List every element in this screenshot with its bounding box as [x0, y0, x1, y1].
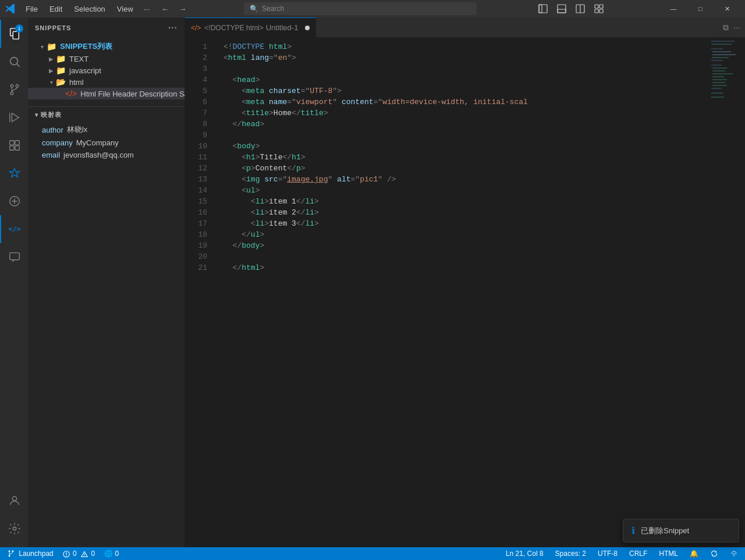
activity-extensions[interactable]	[0, 131, 28, 159]
svg-rect-6	[595, 5, 598, 8]
activity-account[interactable]	[0, 487, 28, 515]
tree-item-javascript[interactable]: ▶ 📁 javascript	[28, 65, 185, 76]
folder-icon: 📁	[56, 54, 66, 63]
panel-toggle-button[interactable]	[554, 2, 570, 15]
svg-rect-32	[712, 57, 729, 58]
status-eol[interactable]: CRLF	[627, 550, 650, 558]
svg-rect-33	[711, 60, 723, 61]
main-area: 1 </>	[0, 17, 745, 547]
mapping-title: 映射表	[41, 110, 62, 119]
activity-snippets[interactable]	[0, 159, 28, 187]
mapping-section: ▾ 映射表 author 林晓lx company MyCompany emai…	[28, 106, 185, 161]
status-sync[interactable]	[708, 550, 721, 558]
svg-rect-43	[711, 92, 723, 94]
tree-item-javascript-label: javascript	[69, 66, 101, 75]
editor-layout-button[interactable]	[572, 2, 588, 15]
svg-line-13	[17, 64, 19, 66]
title-bar: File Edit Selection View ··· ← → 🔍 Searc…	[0, 0, 745, 17]
activity-search[interactable]	[0, 48, 28, 76]
menu-file[interactable]: File	[21, 3, 42, 15]
editor-tab[interactable]: </> <!DOCTYPE html> Untitled-1	[185, 17, 316, 37]
search-bar[interactable]: 🔍 Search	[244, 2, 477, 15]
svg-rect-40	[712, 82, 725, 83]
status-errors[interactable]: 0 0	[61, 550, 97, 558]
sidebar-more-button[interactable]: ···	[168, 23, 178, 33]
back-button[interactable]: ←	[157, 2, 173, 15]
svg-rect-2	[558, 9, 566, 13]
svg-rect-38	[712, 76, 724, 77]
activity-code-html[interactable]: </>	[0, 215, 28, 243]
status-notifications[interactable]: 🔔	[687, 550, 701, 558]
sidebar-toggle-button[interactable]	[535, 2, 551, 15]
status-bar: Launchpad 0 0 🌐 0 Ln 21, Col 8 Spaces: 2…	[0, 547, 745, 560]
status-language[interactable]: HTML	[657, 550, 680, 558]
svg-marker-17	[12, 113, 19, 122]
activity-deploy[interactable]	[0, 187, 28, 215]
status-wifi[interactable]: 🌐 0	[102, 550, 121, 558]
line-numbers: 12345 678910 1112131415 1617181920 21	[185, 38, 214, 547]
vscode-logo-icon	[5, 3, 16, 15]
status-branch[interactable]: Launchpad	[5, 550, 56, 558]
mapping-val-company: MyCompany	[76, 138, 119, 147]
svg-rect-11	[13, 31, 19, 39]
window-controls: — □ ✕	[660, 0, 740, 17]
maximize-button[interactable]: □	[687, 0, 714, 17]
menu-edit[interactable]: Edit	[45, 3, 67, 15]
status-spaces[interactable]: Spaces: 2	[553, 550, 588, 558]
forward-button[interactable]: →	[175, 2, 191, 15]
editor-content[interactable]: 12345 678910 1112131415 1617181920 21 <!…	[185, 38, 745, 547]
status-position[interactable]: Ln 21, Col 8	[503, 550, 546, 558]
mapping-row-email: email jevonsflash@qq.com	[28, 149, 185, 161]
menu-view[interactable]: View	[112, 3, 138, 15]
tree-item-TEXT[interactable]: ▶ 📁 TEXT	[28, 53, 185, 65]
mapping-key-company: company	[42, 138, 73, 147]
tree-item-html[interactable]: ▾ 📂 html	[28, 76, 185, 88]
svg-rect-31	[712, 54, 736, 55]
tree-root[interactable]: ▾ 📁 SNIPPETS列表	[28, 40, 185, 53]
svg-rect-1	[539, 5, 547, 13]
activity-run[interactable]	[0, 104, 28, 131]
svg-point-45	[9, 551, 10, 552]
svg-point-14	[10, 84, 13, 87]
minimap	[710, 38, 745, 547]
tree-root-label: SNIPPETS列表	[60, 41, 112, 52]
svg-rect-39	[712, 79, 727, 80]
menu-selection[interactable]: Selection	[69, 3, 109, 15]
folder-icon: 📁	[56, 66, 66, 75]
activity-source-control[interactable]	[0, 76, 28, 104]
tab-filename: Untitled-1	[266, 23, 299, 32]
svg-rect-28	[711, 44, 732, 45]
customize-layout-button[interactable]	[591, 2, 607, 15]
svg-rect-19	[10, 141, 14, 145]
status-encoding[interactable]: UTF-8	[595, 550, 620, 558]
svg-point-15	[16, 84, 19, 87]
mapping-header[interactable]: ▾ 映射表	[28, 107, 185, 123]
editor-area: </> <!DOCTYPE html> Untitled-1 ⧉ ··· 123…	[185, 17, 745, 547]
sidebar-title: SNIPPETS	[35, 24, 71, 31]
activity-chat[interactable]	[0, 243, 28, 271]
expand-arrow-icon: ▶	[47, 56, 56, 62]
activity-explorer[interactable]: 1	[0, 20, 28, 48]
mapping-row-company: company MyCompany	[28, 137, 185, 149]
menu-more[interactable]: ···	[140, 3, 154, 15]
tree-item-html-file[interactable]: </> Html File Header Description Sample	[28, 88, 185, 99]
more-actions-button[interactable]: ···	[733, 23, 740, 32]
sidebar-header: SNIPPETS ···	[28, 17, 185, 38]
svg-rect-41	[712, 85, 727, 86]
svg-rect-9	[599, 9, 603, 13]
status-broadcast[interactable]	[728, 550, 740, 558]
code-editor[interactable]: <!DOCTYPE html> <html lang="en"> <head> …	[214, 38, 710, 547]
mapping-row-author: author 林晓lx	[28, 123, 185, 137]
split-editor-button[interactable]: ⧉	[723, 23, 729, 33]
expand-arrow-icon: ▶	[47, 67, 56, 74]
menu-bar: File Edit Selection View ···	[21, 3, 154, 15]
svg-rect-0	[539, 5, 542, 13]
svg-point-26	[13, 527, 16, 530]
close-button[interactable]: ✕	[714, 0, 740, 17]
svg-point-46	[9, 555, 10, 557]
activity-settings[interactable]	[0, 515, 28, 543]
minimize-button[interactable]: —	[660, 0, 687, 17]
sidebar: SNIPPETS ··· ▾ 📁 SNIPPETS列表 ▶ 📁 TEXT	[28, 17, 185, 547]
search-icon: 🔍	[250, 5, 258, 13]
svg-rect-34	[711, 65, 722, 66]
